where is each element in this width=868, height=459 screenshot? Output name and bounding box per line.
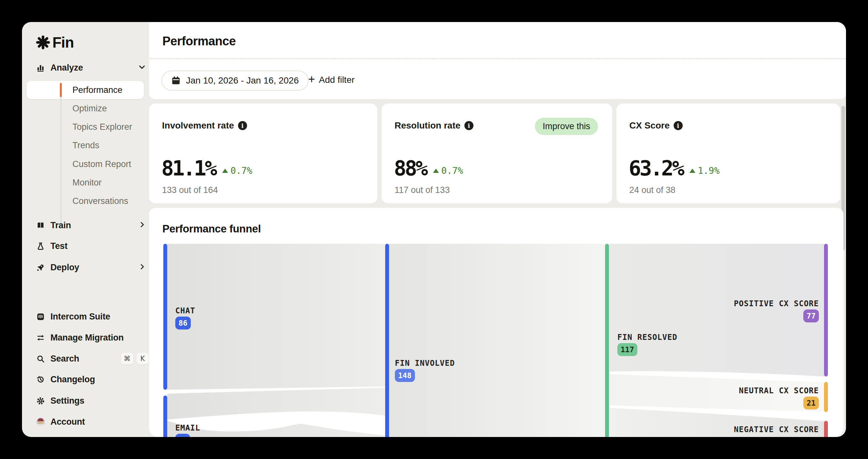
funnel-bar-neutral <box>824 382 828 412</box>
sidebar-item-analyze[interactable]: Analyze <box>22 59 149 76</box>
sidebar-item-label: Deploy <box>51 262 79 272</box>
funnel-label-negative-cx: NEGATIVE CX SCORE <box>734 425 819 434</box>
sidebar-item-manage-migration[interactable]: Manage Migration <box>22 329 149 346</box>
info-icon[interactable]: i <box>238 121 247 130</box>
info-icon[interactable]: i <box>464 121 473 130</box>
sidebar-item-changelog[interactable]: Changelog <box>22 371 149 388</box>
add-filter-label: Add filter <box>319 75 355 85</box>
funnel-bar-fin-resolved <box>605 244 609 437</box>
gear-icon <box>36 397 45 405</box>
metric-label: CX Score <box>629 120 670 131</box>
sidebar-item-train[interactable]: Train <box>22 217 149 234</box>
metric-card-involvement-rate: Involvement rate i 81.1% 0.7% 133 out of… <box>149 104 377 203</box>
funnel-count-fin-involved: 148 <box>395 369 415 382</box>
sidebar-item-label: Analyze <box>51 63 83 73</box>
sidebar-item-label: Settings <box>51 396 84 406</box>
funnel-label-fin-involved: FIN INVOLVED <box>395 358 455 368</box>
sidebar-item-label: Performance <box>72 85 123 95</box>
funnel-count-positive-cx: 77 <box>803 310 819 322</box>
flow-fin-involved-to-resolved <box>389 244 605 437</box>
funnel-count-fin-resolved: 117 <box>617 343 638 356</box>
sidebar: Fin Analyze <box>22 22 149 437</box>
sidebar-item-label: Search <box>51 354 79 364</box>
metric-value: 81.1% <box>161 158 216 179</box>
metric-label: Involvement rate <box>162 120 234 131</box>
sidebar-item-account[interactable]: Account <box>22 413 149 430</box>
funnel-bar-email <box>163 396 167 437</box>
sidebar-item-optimize[interactable]: Optimize <box>22 99 149 118</box>
fin-logo-text: Fin <box>52 34 74 51</box>
performance-funnel-card: Performance funnel <box>149 208 843 437</box>
intercom-icon <box>36 312 45 321</box>
sidebar-item-label: Intercom Suite <box>51 312 110 322</box>
metric-subtext: 117 out of 133 <box>395 185 450 195</box>
fin-asterisk-icon <box>36 35 51 50</box>
funnel-bar-positive <box>824 244 828 376</box>
sidebar-item-custom-report[interactable]: Custom Report <box>22 155 149 173</box>
sidebar-item-trends[interactable]: Trends <box>22 136 149 155</box>
sidebar-item-conversations[interactable]: Conversations <box>22 192 149 210</box>
flask-icon <box>36 242 45 251</box>
delta-up-icon <box>689 169 695 173</box>
header-panel: Performance Jan 10, 2026 - Jan 16, 2026 … <box>149 22 846 99</box>
sidebar-item-intercom-suite[interactable]: Intercom Suite <box>22 308 149 325</box>
date-range-value: Jan 10, 2026 - Jan 16, 2026 <box>186 76 299 86</box>
funnel-bar-negative <box>824 421 828 437</box>
sidebar-item-label: Manage Migration <box>51 333 124 343</box>
k-keycap: K <box>136 353 149 365</box>
funnel-count-chat: 86 <box>175 317 191 329</box>
funnel-label-neutral-cx: NEUTRAL CX SCORE <box>739 386 819 395</box>
sidebar-item-label: Changelog <box>51 374 95 384</box>
funnel-label-fin-resolved: FIN RESOLVED <box>617 333 677 342</box>
flow-chat-to-fin-involved <box>167 244 385 390</box>
sidebar-item-label: Optimize <box>72 104 107 114</box>
flow-resolved-to-positive <box>609 244 824 376</box>
funnel-sankey-chart <box>149 208 843 437</box>
improve-this-badge[interactable]: Improve this <box>535 118 598 135</box>
search-icon <box>36 354 45 363</box>
avatar <box>36 418 45 426</box>
date-range-filter[interactable]: Jan 10, 2026 - Jan 16, 2026 <box>161 70 309 91</box>
fin-logo: Fin <box>36 34 74 51</box>
add-filter-button[interactable]: + Add filter <box>308 70 355 89</box>
metric-card-cx-score: CX Score i 63.2% 1.9% 24 out of 38 <box>616 104 840 203</box>
info-icon[interactable]: i <box>674 121 683 130</box>
funnel-bar-fin-involved <box>385 244 389 437</box>
rocket-icon <box>36 263 45 272</box>
metric-delta: 1.9% <box>698 165 719 176</box>
app-window: Fin Analyze <box>22 22 846 437</box>
metric-subtext: 24 out of 38 <box>629 185 676 195</box>
funnel-bar-chat <box>163 244 167 390</box>
metric-card-resolution-rate: Resolution rate i Improve this 88% 0.7% … <box>382 104 612 203</box>
chevron-right-icon <box>138 221 147 230</box>
bar-chart-icon <box>36 63 45 72</box>
cmd-keycap: ⌘ <box>121 353 133 365</box>
sidebar-item-topics-explorer[interactable]: Topics Explorer <box>22 118 149 136</box>
sidebar-item-label: Topics Explorer <box>72 122 132 132</box>
metric-subtext: 133 out of 164 <box>162 185 218 195</box>
metric-delta: 0.7% <box>441 165 463 176</box>
sidebar-item-settings[interactable]: Settings <box>22 392 149 409</box>
sidebar-item-search[interactable]: Search ⌘ K <box>22 350 149 367</box>
calendar-icon <box>171 76 181 85</box>
funnel-label-chat: CHAT <box>175 306 195 315</box>
sidebar-item-label: Custom Report <box>72 159 131 169</box>
funnel-label-positive-cx: POSITIVE CX SCORE <box>734 299 819 308</box>
transfer-arrows-icon <box>36 334 45 342</box>
sidebar-item-deploy[interactable]: Deploy <box>22 259 149 276</box>
sidebar-item-test[interactable]: Test <box>22 237 149 254</box>
delta-up-icon <box>433 169 439 173</box>
chevron-down-icon <box>137 62 147 73</box>
flow-email-to-fin-involved <box>167 388 385 420</box>
sidebar-item-performance[interactable]: Performance <box>22 81 149 99</box>
sidebar-item-label: Monitor <box>72 178 101 188</box>
funnel-label-email: EMAIL <box>175 423 200 432</box>
screenshot-canvas: Fin Analyze <box>0 0 868 459</box>
sidebar-item-label: Train <box>51 221 71 230</box>
sidebar-item-label: Trends <box>72 141 99 150</box>
metric-label: Resolution rate <box>395 120 461 131</box>
sidebar-item-monitor[interactable]: Monitor <box>22 173 149 192</box>
sidebar-item-label: Account <box>51 417 85 427</box>
book-icon <box>36 221 45 230</box>
sidebar-item-label: Conversations <box>72 196 128 206</box>
